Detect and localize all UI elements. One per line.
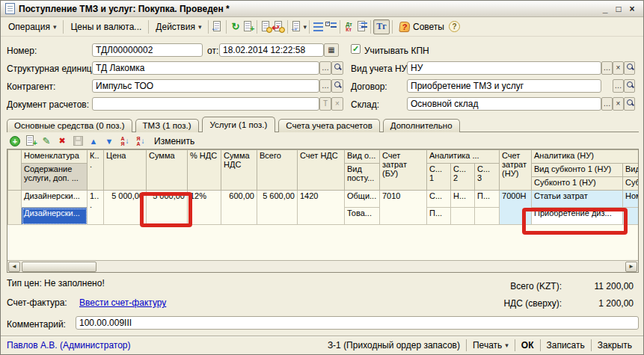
cell-vat-sum[interactable]: 600,00	[221, 191, 257, 225]
scroll-right-icon[interactable]: ►	[625, 262, 637, 272]
cell-total[interactable]: 5 600,00	[257, 191, 298, 225]
tg-toggle-button[interactable]: Тг	[373, 19, 390, 34]
contract-input[interactable]	[407, 79, 601, 93]
goto-icon[interactable]: →	[290, 20, 303, 33]
structural-unit-input[interactable]	[92, 61, 319, 75]
tab-additional[interactable]: Дополнительно	[383, 119, 460, 132]
edit-row-button[interactable]: ✎	[40, 135, 53, 147]
advice-button[interactable]: ? Советы	[395, 19, 449, 34]
col-header-s2: С... 2	[451, 164, 475, 191]
tab-services[interactable]: Услуги (1 поз.)	[202, 117, 276, 132]
row-marker[interactable]	[8, 191, 22, 225]
structural-unit-select-button[interactable]: …	[319, 61, 331, 75]
cell-s2[interactable]: Н...	[451, 191, 475, 208]
settlement-doc-text-button[interactable]: Т	[319, 97, 331, 111]
warehouse-lookup-icon[interactable]	[624, 97, 635, 111]
main-toolbar: Операция ▾ Цены и валюта... Действия ▾ ←…	[1, 17, 643, 37]
refill-document-icon[interactable]: ←	[211, 20, 224, 33]
nu-kind-input[interactable]	[407, 61, 601, 75]
help-icon[interactable]: ?	[449, 21, 460, 32]
unpost-document-icon[interactable]: ↩	[272, 20, 285, 33]
counterparty-lookup-icon[interactable]	[331, 79, 343, 93]
recalculate-icon[interactable]: ↻	[229, 20, 242, 33]
warehouse-input[interactable]	[407, 97, 601, 111]
copy-document-icon[interactable]: +	[242, 20, 254, 33]
settlement-doc-input[interactable]	[92, 97, 319, 111]
tab-tmz[interactable]: ТМЗ (1 поз.)	[135, 119, 199, 132]
save-record-button[interactable]: Записать	[542, 339, 590, 352]
counterparty-input[interactable]	[92, 79, 319, 93]
chevron-down-icon[interactable]: ▾	[303, 23, 307, 31]
annotation-box-subkonto	[522, 208, 628, 235]
dtkt-postings-icon[interactable]: ДтКт	[343, 20, 355, 33]
contract-select-button[interactable]: …	[613, 79, 624, 93]
scroll-left-icon[interactable]: ◄	[8, 262, 20, 272]
cell-subkonto-kind1[interactable]: Статьи затрат	[532, 191, 623, 208]
separator	[515, 339, 515, 351]
kpn-checkbox[interactable]: ✓	[351, 44, 361, 54]
actions-menu-button[interactable]: Действия ▾	[151, 19, 206, 34]
tab-settlement-accounts[interactable]: Счета учета расчетов	[278, 119, 379, 132]
cell-s3-line2[interactable]	[475, 208, 500, 225]
tabstrip: Основные средства (0 поз.) ТМЗ (1 поз.) …	[7, 115, 639, 132]
delete-row-button[interactable]: ✖	[55, 135, 69, 147]
edit-cell-button[interactable]: Изменить	[154, 136, 194, 146]
tab-fixed-assets[interactable]: Основные средства (0 поз.)	[7, 119, 132, 132]
cell-s1[interactable]: С...	[427, 191, 451, 208]
minimize-button[interactable]: _	[598, 4, 612, 14]
contract-lookup-icon[interactable]	[624, 79, 635, 93]
magnifier-icon	[626, 99, 634, 106]
close-form-button[interactable]: Закрыть	[592, 339, 637, 352]
ok-button[interactable]: ОК	[516, 339, 539, 352]
nu-kind-lookup-icon[interactable]	[624, 61, 635, 75]
cell-subkonto-kind2[interactable]: Ном	[623, 191, 639, 208]
cell-s1-line2[interactable]: П...	[427, 208, 451, 225]
sort-descending-button[interactable]: ЯА ↓	[134, 135, 147, 147]
number-label: Номер:	[7, 46, 37, 56]
print-button[interactable]: Печать ▾	[467, 339, 514, 352]
document-structure-icon[interactable]	[312, 20, 325, 33]
scrollbar-thumb[interactable]	[22, 262, 96, 272]
maximize-button[interactable]: □	[612, 4, 625, 14]
counterparty-select-button[interactable]: …	[319, 79, 331, 93]
checklist-icon[interactable]	[325, 20, 337, 33]
add-row-button[interactable]: +	[8, 135, 22, 147]
prices-currency-button[interactable]: Цены и валюта...	[66, 19, 146, 34]
move-row-down-button[interactable]: ▼	[102, 135, 116, 147]
sort-ascending-button[interactable]: АЯ ↓	[118, 135, 132, 147]
nu-kind-select-button[interactable]: …	[601, 61, 613, 75]
horizontal-scrollbar[interactable]: ◄ ►	[7, 260, 638, 272]
calendar-picker-icon[interactable]: ▦	[324, 43, 339, 57]
date-input[interactable]	[219, 43, 324, 57]
post-document-icon[interactable]	[260, 20, 272, 33]
cell-s2-line2[interactable]	[451, 208, 475, 225]
cell-nomenclature[interactable]: Дизайнерски...	[22, 191, 88, 208]
settlement-doc-clear-button[interactable]: ×	[331, 97, 343, 111]
print-form-button[interactable]: З-1 (Приходный ордер запасов)	[322, 339, 465, 352]
enter-invoice-link[interactable]: Ввести счет-фактуру	[79, 297, 166, 308]
warehouse-select-button[interactable]: …	[601, 97, 613, 111]
price-type-status: Тип цен: Не заполнено!	[7, 278, 105, 288]
cell-quantity[interactable]: 1...	[88, 191, 104, 225]
cell-vat-percent[interactable]: 12%	[188, 191, 221, 225]
close-button[interactable]: ×	[625, 4, 639, 14]
copy-row-button[interactable]: +	[24, 135, 37, 147]
nu-kind-clear-button[interactable]: ×	[613, 61, 624, 75]
cell-s3[interactable]: П...	[475, 191, 500, 208]
warehouse-clear-button[interactable]: ×	[613, 97, 624, 111]
cell-cost-account-bu[interactable]: 7010	[380, 191, 427, 225]
structural-unit-lookup-icon[interactable]	[331, 61, 343, 75]
operation-menu-button[interactable]: Операция ▾	[4, 19, 61, 34]
cell-kind[interactable]: Общи...	[345, 191, 380, 208]
report-icon[interactable]	[355, 20, 368, 33]
grid-toolbar: + + ✎ ✖ ▲ ▼ АЯ ↓ ЯА ↓ Изменить	[8, 135, 194, 147]
save-button[interactable]	[71, 135, 85, 147]
comment-input[interactable]	[76, 316, 639, 330]
number-input[interactable]	[92, 43, 203, 57]
cell-vat-account[interactable]: 1420	[298, 191, 345, 225]
cell-content-selected[interactable]: Дизайнерски...	[22, 208, 88, 225]
col-header-subkonto-kind2: Вид	[623, 164, 639, 177]
move-row-up-button[interactable]: ▲	[87, 135, 100, 147]
cell-kind-receipt[interactable]: Това...	[345, 208, 380, 225]
sort-arrow-icon: ↓	[126, 137, 129, 145]
